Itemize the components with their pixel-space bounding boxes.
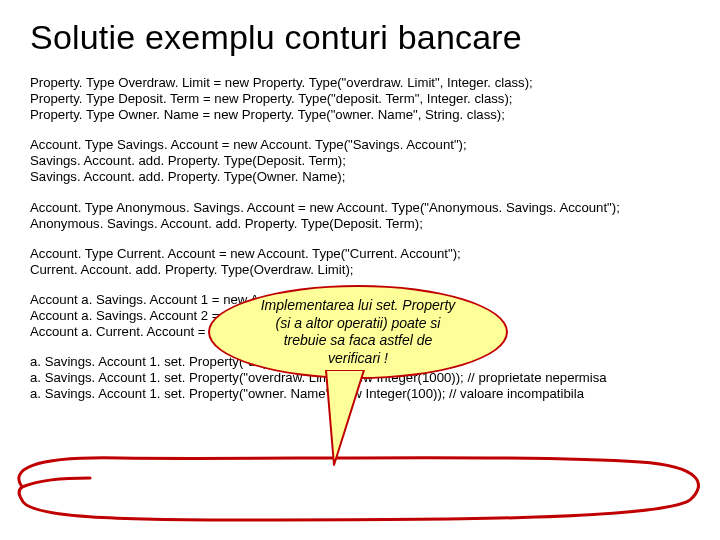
code-line: a. Savings. Account 1. set. Property("de… <box>30 354 690 370</box>
code-line: Current. Account. add. Property. Type(Ov… <box>30 262 690 278</box>
code-line: a. Savings. Account 1. set. Property("ov… <box>30 370 690 386</box>
code-line: Account a. Savings. Account 2 = new Acco… <box>30 308 690 324</box>
code-line: Anonymous. Savings. Account. add. Proper… <box>30 216 690 232</box>
code-line: Savings. Account. add. Property. Type(Ow… <box>30 169 690 185</box>
code-line: Property. Type Deposit. Term = new Prope… <box>30 91 690 107</box>
code-block-3: Account. Type Anonymous. Savings. Accoun… <box>30 200 690 232</box>
code-line: Account a. Savings. Account 1 = new Acco… <box>30 292 690 308</box>
code-line: Account. Type Savings. Account = new Acc… <box>30 137 690 153</box>
code-line: Property. Type Owner. Name = new Propert… <box>30 107 690 123</box>
code-line: Account a. Current. Account = new Accoun… <box>30 324 690 340</box>
code-block-6: a. Savings. Account 1. set. Property("de… <box>30 354 690 402</box>
code-line: Account. Type Current. Account = new Acc… <box>30 246 690 262</box>
code-block-2: Account. Type Savings. Account = new Acc… <box>30 137 690 185</box>
code-line: a. Savings. Account 1. set. Property("ow… <box>30 386 690 402</box>
page-title: Solutie exemplu conturi bancare <box>30 18 690 57</box>
slide: Solutie exemplu conturi bancare Property… <box>0 0 720 540</box>
code-line: Account. Type Anonymous. Savings. Accoun… <box>30 200 690 216</box>
code-block-1: Property. Type Overdraw. Limit = new Pro… <box>30 75 690 123</box>
code-block-5: Account a. Savings. Account 1 = new Acco… <box>30 292 690 340</box>
code-line: Property. Type Overdraw. Limit = new Pro… <box>30 75 690 91</box>
code-line: Savings. Account. add. Property. Type(De… <box>30 153 690 169</box>
code-block-4: Account. Type Current. Account = new Acc… <box>30 246 690 278</box>
code-area: Property. Type Overdraw. Limit = new Pro… <box>30 75 690 403</box>
